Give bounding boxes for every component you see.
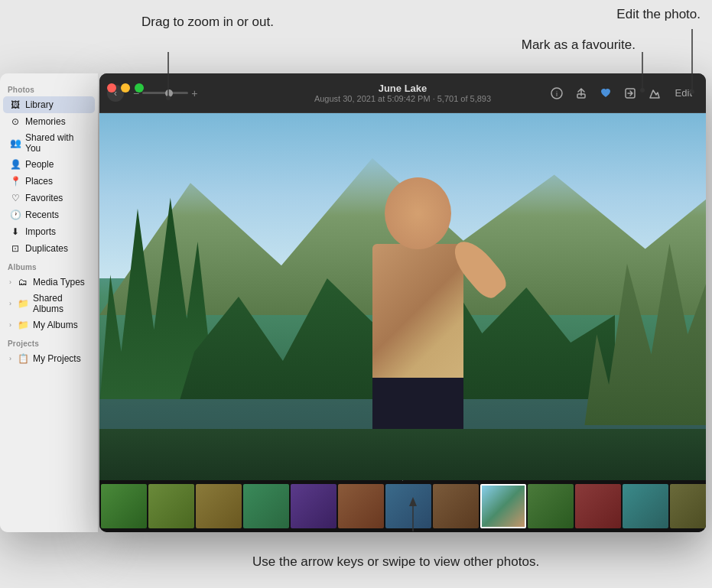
film-thumb[interactable] (101, 484, 147, 528)
main-photo[interactable] (99, 113, 706, 480)
people-icon: 👤 (9, 158, 21, 171)
library-label: Library (25, 99, 54, 110)
titlebar: ‹ − + June Lake August 30, 2021 at 5:09:… (99, 73, 706, 113)
film-thumb[interactable] (575, 484, 621, 528)
film-thumb[interactable] (243, 484, 289, 528)
media-types-chevron: › (9, 278, 11, 286)
titlebar-center: June Lake August 30, 2021 at 5:09:42 PM … (314, 83, 491, 103)
sidebar-item-places[interactable]: 📍 Places (3, 173, 95, 190)
sidebar-item-duplicates[interactable]: ⊡ Duplicates (3, 240, 95, 257)
media-types-label: Media Types (33, 277, 85, 288)
places-icon: 📍 (9, 175, 21, 187)
share-icon (575, 87, 587, 99)
photo-title: June Lake (314, 83, 491, 94)
photo-subtitle: August 30, 2021 at 5:09:42 PM · 5,701 of… (314, 94, 491, 103)
library-icon: 🖼 (9, 99, 21, 111)
film-thumb[interactable] (385, 484, 431, 528)
zoom-slider[interactable] (142, 92, 188, 94)
edit-photo-callout: Edit the photo. (616, 6, 701, 24)
enhance-button[interactable] (646, 85, 663, 102)
imports-icon: ⬇ (9, 226, 21, 238)
film-thumb[interactable] (338, 484, 384, 528)
sidebar-item-people[interactable]: 👤 People (3, 156, 95, 173)
my-projects-chevron: › (9, 355, 11, 362)
person-figure (342, 172, 493, 429)
use-as-button[interactable] (622, 85, 639, 102)
media-types-icon: 🗂 (17, 276, 29, 288)
film-thumb[interactable] (670, 484, 706, 528)
sidebar-item-memories[interactable]: ⊙ Memories (3, 113, 95, 130)
photo-scene (99, 113, 706, 480)
share-button[interactable] (573, 85, 590, 102)
film-thumb[interactable] (196, 484, 242, 528)
svg-text:i: i (556, 90, 558, 98)
my-albums-icon: 📁 (17, 319, 29, 331)
window-traffic-lights[interactable] (107, 83, 144, 93)
sidebar-item-media-types[interactable]: › 🗂 Media Types (3, 274, 95, 291)
favorites-icon: ♡ (9, 192, 21, 204)
my-albums-chevron: › (9, 321, 11, 329)
arrow-keys-callout: Use the arrow keys or swipe to view othe… (252, 554, 539, 571)
places-label: Places (25, 176, 53, 187)
person-head (385, 177, 451, 249)
sidebar-item-library[interactable]: 🖼 Library (3, 96, 95, 113)
film-thumb-active[interactable] (480, 484, 526, 528)
zoom-thumb (165, 89, 173, 97)
minimize-button[interactable] (121, 83, 130, 93)
photo-viewer-window: ‹ − + June Lake August 30, 2021 at 5:09:… (99, 73, 706, 532)
people-label: People (25, 159, 54, 170)
close-button[interactable] (107, 83, 116, 93)
my-projects-icon: 📋 (17, 352, 29, 365)
filmstrip-indicator: ▼ (399, 480, 407, 482)
enhance-icon (649, 87, 661, 99)
film-thumb[interactable] (148, 484, 194, 528)
shared-with-you-label: Shared with You (25, 132, 89, 154)
my-projects-label: My Projects (33, 353, 81, 364)
recents-icon: 🕐 (9, 209, 21, 221)
sidebar-item-my-albums[interactable]: › 📁 My Albums (3, 317, 95, 333)
shared-albums-chevron: › (9, 300, 11, 307)
use-as-icon (624, 87, 636, 99)
favorites-label: Favorites (25, 193, 63, 203)
shared-albums-icon: 📁 (17, 297, 29, 310)
arrow-keys-text: Use the arrow keys or swipe to view othe… (252, 554, 539, 569)
film-thumb[interactable] (291, 484, 336, 528)
edit-button[interactable]: Edit (671, 86, 697, 100)
sidebar-item-recents[interactable]: 🕐 Recents (3, 206, 95, 223)
sidebar-item-my-projects[interactable]: › 📋 My Projects (3, 350, 95, 367)
heart-icon (600, 87, 612, 99)
sidebar-item-shared-with-you[interactable]: 👥 Shared with You (3, 130, 95, 156)
projects-section-label: Projects (0, 333, 98, 350)
drag-zoom-callout: Drag to zoom in or out. (141, 14, 274, 31)
edit-photo-text: Edit the photo. (616, 7, 701, 21)
maximize-button[interactable] (135, 83, 144, 93)
imports-label: Imports (25, 226, 56, 237)
info-icon: i (551, 87, 563, 99)
film-thumb[interactable] (623, 484, 668, 528)
my-albums-label: My Albums (33, 320, 78, 330)
albums-section-label: Albums (0, 257, 98, 274)
film-thumb[interactable] (528, 484, 574, 528)
memories-icon: ⊙ (9, 115, 21, 128)
filmstrip[interactable]: ▼ (99, 480, 706, 532)
sidebar-item-shared-albums[interactable]: › 📁 Shared Albums (3, 291, 95, 317)
drag-zoom-text: Drag to zoom in or out. (141, 15, 274, 29)
mark-favourite-callout: Mark as a favourite. (522, 37, 636, 54)
person-legs (372, 378, 463, 429)
sidebar-item-favorites[interactable]: ♡ Favorites (3, 190, 95, 206)
shared-with-you-icon: 👥 (9, 137, 21, 149)
titlebar-right: i (548, 85, 697, 102)
favorite-button[interactable] (597, 85, 614, 102)
info-button[interactable]: i (548, 85, 565, 102)
shared-albums-label: Shared Albums (33, 293, 89, 314)
memories-label: Memories (25, 116, 66, 127)
film-thumb[interactable] (433, 484, 479, 528)
sidebar: Photos 🖼 Library ⊙ Memories 👥 Shared wit… (0, 73, 98, 532)
sidebar-item-imports[interactable]: ⬇ Imports (3, 223, 95, 240)
recents-label: Recents (25, 210, 59, 220)
zoom-plus-button[interactable]: + (191, 87, 197, 99)
mark-favourite-text: Mark as a favourite. (522, 37, 636, 52)
duplicates-label: Duplicates (25, 243, 68, 254)
duplicates-icon: ⊡ (9, 242, 21, 255)
photos-section-label: Photos (0, 80, 98, 96)
